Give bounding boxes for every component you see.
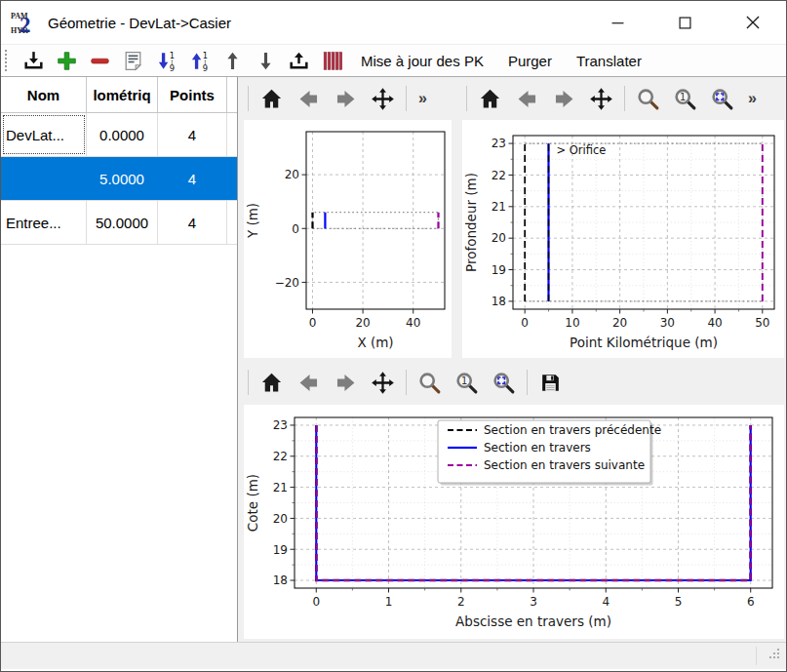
update-stripes-button[interactable] [319, 48, 345, 74]
svg-text:22: 22 [492, 169, 506, 182]
svg-text:Profondeur (m): Profondeur (m) [463, 173, 479, 272]
purge-button[interactable]: Purger [499, 49, 561, 73]
svg-text:18: 18 [273, 573, 288, 587]
pan-button[interactable] [369, 369, 397, 397]
cross-section-plot[interactable]: 0123456181920212223Abscisse en travers (… [244, 405, 784, 639]
svg-text:X (m): X (m) [357, 335, 393, 350]
pan-button[interactable] [587, 85, 615, 113]
zoom-one-button[interactable]: 1 [453, 369, 481, 397]
plan-view-figure: 02040−20020X (m)Y (m) [244, 120, 452, 358]
edit-button[interactable] [120, 48, 146, 74]
main-toolbar: 1919 Mise à jour des PK Purger Translate… [1, 44, 786, 77]
back-button[interactable] [513, 85, 541, 113]
zoom-button[interactable] [415, 369, 444, 397]
svg-text:1: 1 [385, 595, 393, 609]
back-icon [296, 87, 321, 111]
toolbar-separator [466, 86, 467, 111]
svg-text:2: 2 [20, 13, 31, 35]
forward-button[interactable] [550, 85, 578, 113]
back-icon [296, 371, 321, 395]
move-down-icon [254, 49, 278, 73]
back-button[interactable] [295, 369, 323, 397]
toolbar-drag-handle[interactable] [5, 50, 10, 71]
minimize-button[interactable] [584, 1, 651, 44]
svg-text:3: 3 [530, 595, 537, 609]
home-icon [478, 87, 502, 111]
svg-text:Section en travers: Section en travers [484, 441, 591, 455]
table-cell[interactable]: 4 [158, 201, 227, 244]
sort-ascending-icon: 19 [187, 49, 212, 73]
plan-view-plot[interactable]: 02040−20020X (m)Y (m) [244, 120, 452, 358]
move-down-button[interactable] [253, 48, 279, 74]
column-header-kilometrique[interactable]: lométriq [87, 77, 158, 112]
update-pk-button[interactable]: Mise à jour des PK [352, 49, 492, 73]
table-row-filler [227, 157, 237, 200]
geometry-table-body: DevLat...0.000045.00004Entree...50.00004 [1, 113, 237, 245]
svg-text:9: 9 [170, 62, 175, 72]
svg-text:21: 21 [492, 200, 506, 214]
toolbar-overflow-button[interactable]: » [745, 90, 760, 107]
svg-text:4: 4 [602, 595, 610, 609]
pan-icon [371, 371, 395, 395]
zoom-icon [417, 371, 442, 395]
export-icon [287, 49, 311, 73]
pan-button[interactable] [369, 85, 397, 113]
table-cell[interactable]: 50.0000 [87, 201, 158, 244]
cross-section-panel: 1 0123456181920212223Abscisse en travers… [238, 360, 786, 642]
svg-text:Abscisse en travers (m): Abscisse en travers (m) [455, 613, 611, 629]
import-button[interactable] [20, 48, 47, 74]
svg-text:40: 40 [406, 316, 420, 330]
forward-button[interactable] [332, 369, 360, 397]
svg-text:1: 1 [170, 51, 175, 60]
close-button[interactable] [719, 1, 786, 44]
svg-text:10: 10 [565, 316, 579, 330]
zoom-fit-button[interactable] [708, 85, 736, 113]
table-cell[interactable]: 0.0000 [87, 113, 158, 156]
table-cell[interactable]: 5.0000 [87, 157, 158, 200]
column-header-points[interactable]: Points [158, 77, 227, 112]
svg-text:1: 1 [203, 51, 208, 60]
column-header-nom[interactable]: Nom [1, 77, 87, 112]
translate-button[interactable]: Translater [568, 49, 650, 73]
back-button[interactable] [295, 85, 323, 113]
zoom-one-button[interactable]: 1 [671, 85, 699, 113]
table-row[interactable]: 5.00004 [1, 157, 237, 201]
delete-button[interactable] [87, 48, 113, 74]
profile-plot[interactable]: 01020304050181920212223> OrificePoint Ki… [462, 120, 784, 358]
zoom-fit-button[interactable] [490, 369, 518, 397]
table-row-filler [227, 201, 237, 244]
forward-button[interactable] [332, 85, 360, 113]
svg-text:> Orifice: > Orifice [557, 143, 607, 157]
profile-figure: 01020304050181920212223> OrificePoint Ki… [462, 120, 784, 358]
save-icon [538, 371, 563, 395]
svg-text:20: 20 [273, 512, 288, 526]
table-cell[interactable]: Entree... [1, 201, 87, 244]
title-bar[interactable]: PAM HYR 2 Géometrie - DevLat->Casier [1, 1, 786, 44]
home-button[interactable] [257, 369, 286, 397]
save-button[interactable] [536, 369, 565, 397]
svg-text:1: 1 [461, 375, 467, 385]
update-stripes-icon [320, 49, 344, 73]
move-up-button[interactable] [219, 48, 246, 74]
home-button[interactable] [476, 85, 504, 113]
sort-ascending-button[interactable]: 19 [186, 48, 213, 74]
home-button[interactable] [257, 85, 286, 113]
edit-icon [121, 49, 145, 73]
table-cell[interactable]: 4 [158, 157, 227, 200]
svg-text:50: 50 [755, 316, 769, 330]
zoom-button[interactable] [634, 85, 662, 113]
table-cell[interactable] [1, 157, 87, 200]
table-row[interactable]: DevLat...0.00004 [1, 113, 237, 157]
resize-grip-icon[interactable] [767, 647, 781, 664]
table-cell[interactable]: 4 [158, 113, 227, 156]
cross-section-figure: 0123456181920212223Abscisse en travers (… [244, 405, 784, 639]
toolbar-overflow-button[interactable]: » [415, 90, 430, 107]
table-cell[interactable]: DevLat... [1, 113, 87, 156]
toolbar-separator [624, 86, 625, 111]
maximize-button[interactable] [651, 1, 719, 44]
sort-descending-button[interactable]: 19 [153, 48, 179, 74]
table-row[interactable]: Entree...50.00004 [1, 201, 237, 245]
add-button[interactable] [54, 48, 80, 74]
export-button[interactable] [286, 48, 312, 74]
window-title: Géometrie - DevLat->Casier [48, 15, 231, 31]
